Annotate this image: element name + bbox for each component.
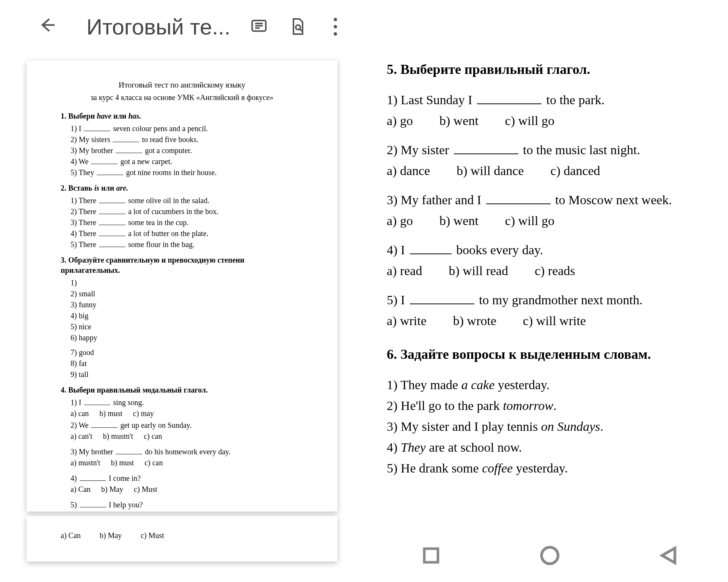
question: 2) He'll go to the park tomorrow.	[387, 396, 713, 415]
question: 3) My sister and I play tennis on Sunday…	[387, 417, 713, 436]
list-item: 4) We got a new carpet.	[71, 156, 303, 167]
back-icon[interactable]	[38, 14, 56, 39]
toolbar: Итоговый те...	[0, 0, 364, 53]
question: 5) I to my grandmother next month.	[387, 290, 713, 310]
options-row: a) Canb) Mayc) Must	[71, 484, 303, 494]
section-4-list: 1) I sing song.	[71, 397, 303, 408]
right-pane: 5. Выберите правильный глагол. 1) Last S…	[372, 0, 728, 582]
question: 1) Last Sunday I to the park.	[387, 90, 713, 110]
list-item: 8) fat	[71, 358, 303, 369]
svg-rect-2	[424, 549, 438, 562]
list-item: 3) My brother got a computer.	[71, 146, 303, 156]
question: 2) My sister to the music last night.	[387, 140, 713, 160]
list-item: 1) There some olive oil in the salad.	[71, 196, 303, 206]
back-nav-icon[interactable]	[656, 543, 681, 568]
options-row: a) Canb) Mayc) Must	[61, 531, 303, 540]
document-page-2[interactable]: a) Canb) Mayc) Must	[27, 516, 337, 562]
doc-title-1: Итоговый тест по английскому языку	[61, 80, 303, 90]
question: 1) They made a cake yesterday.	[387, 375, 713, 394]
section-5-heading: 5. Выберите правильный глагол.	[387, 59, 713, 80]
list-item: 1)	[71, 278, 303, 288]
section-6-heading: 6. Задайте вопросы к выделенным словам.	[387, 344, 713, 365]
list-item: 3) There some tea in the cup.	[71, 217, 303, 228]
comments-icon[interactable]	[249, 16, 269, 37]
section-2-list: 1) There some olive oil in the salad. 2)…	[71, 196, 303, 250]
list-item: 3) My brother do his homework every day.	[71, 447, 303, 457]
document-page-1[interactable]: Итоговый тест по английскому языку за ку…	[27, 61, 337, 512]
section-3-list-a: 1) 2) small 3) funny 4) big 5) nice 6) h…	[71, 278, 303, 343]
list-item: 9) tall	[71, 369, 303, 380]
list-item: 2) We get up early on Sunday.	[71, 420, 303, 430]
question: 3) My father and I to Moscow next week.	[387, 190, 713, 210]
options-row: a) readb) will readc) reads	[387, 261, 713, 280]
list-item: 5) There some flour in the bag.	[71, 239, 303, 250]
recent-apps-icon[interactable]	[419, 543, 443, 568]
left-pane: Итоговый те... Итоговый тест по английск…	[0, 0, 364, 582]
android-navbar	[372, 540, 728, 571]
list-item: 7) good	[71, 347, 303, 358]
doc-title-2: за курс 4 класса на основе УМК «Английск…	[61, 92, 303, 103]
home-icon[interactable]	[538, 543, 562, 568]
list-item: 4) There a lot of butter on the plate.	[71, 228, 303, 239]
question: 4) They are at school now.	[387, 438, 713, 457]
options-row: a) canb) mustc) may	[71, 408, 303, 419]
list-item: 6) happy	[71, 333, 303, 343]
options-row: a) danceb) will dancec) danced	[387, 161, 713, 180]
find-in-page-icon[interactable]	[287, 16, 307, 37]
section-4-heading: 4. Выбери правильный модальный глагол.	[61, 385, 303, 395]
document-title: Итоговый те...	[86, 14, 231, 39]
options-row: a) can'tb) mustn'tc) can	[71, 431, 303, 441]
list-item: 3) funny	[71, 300, 303, 310]
list-item: 1) I sing song.	[71, 397, 303, 408]
question: 4) I books every day.	[387, 240, 713, 260]
more-icon[interactable]	[326, 16, 345, 37]
question: 5) He drank some coffee yesterday.	[387, 458, 713, 478]
list-item: 5) They got nine rooms in their house.	[71, 167, 303, 178]
list-item: 5) nice	[71, 322, 303, 332]
list-item: 4) I come in?	[71, 473, 303, 483]
options-row: a) gob) wentc) will go	[387, 211, 713, 230]
list-item: 5) I help you?	[71, 500, 303, 510]
options-row: a) mustn'tb) mustc) can	[71, 458, 303, 468]
section-3-heading: 3. Образуйте сравнительную и превосходну…	[61, 255, 303, 275]
section-1-list: 1) I seven colour pens and a pencil. 2) …	[71, 124, 303, 178]
svg-point-3	[541, 547, 558, 564]
section-1-heading: 1. Выбери have или has.	[61, 111, 303, 121]
list-item: 2) There a lot of cucumbers in the box.	[71, 207, 303, 217]
section-3-list-b: 7) good 8) fat 9) tall	[71, 347, 303, 380]
list-item: 1) I seven colour pens and a pencil.	[71, 124, 303, 134]
section-2-heading: 2. Вставь is или are.	[61, 183, 303, 193]
list-item: 2) small	[71, 289, 303, 299]
list-item: 4) big	[71, 311, 303, 321]
options-row: a) gob) wentc) will go	[387, 111, 713, 130]
options-row: a) writeb) wrotec) will write	[387, 311, 713, 330]
list-item: 2) My sisters to read five books.	[71, 135, 303, 145]
